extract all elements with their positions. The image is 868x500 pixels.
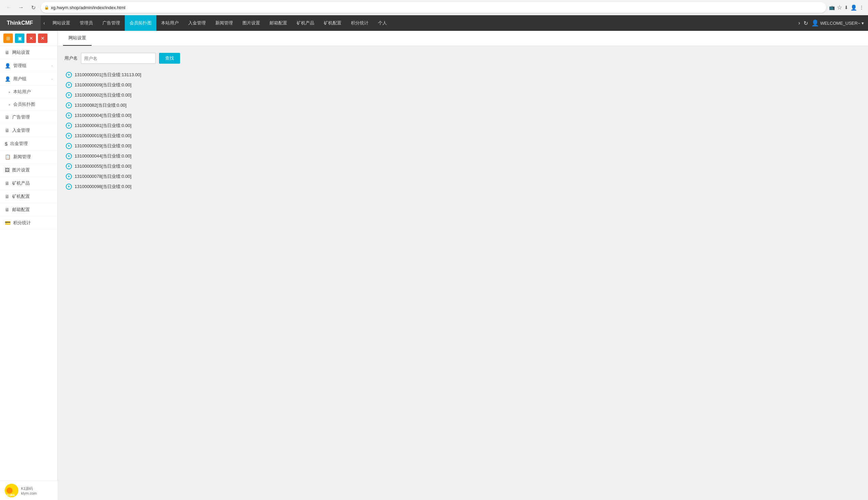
nav-back-arrow[interactable]: ‹: [41, 15, 48, 31]
expand-icon[interactable]: +: [66, 184, 72, 190]
sidebar-item-withdrawal[interactable]: $ 出金管理: [0, 137, 57, 150]
sidebar-item-deposit[interactable]: 🖥 入金管理: [0, 124, 57, 137]
back-button[interactable]: ←: [4, 3, 13, 12]
user-list-item[interactable]: + 13100000019[当日业绩:0.00]: [64, 131, 861, 141]
user-list-item[interactable]: + 13100000009[当日业绩:0.00]: [64, 80, 861, 90]
dollar-icon: $: [5, 141, 8, 147]
user-list-item[interactable]: + 13100000098[当日业绩:0.00]: [64, 182, 861, 192]
nav-item-ads[interactable]: 广告管理: [98, 15, 125, 31]
main-layout: ⊞ ▣ ✕ ✕ 🖥 网站设置 👤 管理组 › 👤 用户组 › ▸ 本站用户: [0, 31, 868, 500]
sidebar-toolbar: ⊞ ▣ ✕ ✕: [0, 31, 57, 46]
cast-icon[interactable]: 📺: [829, 5, 835, 10]
nav-item-admin[interactable]: 管理员: [75, 15, 98, 31]
user-id-performance: 13100000078[当日业绩:0.00]: [75, 173, 132, 180]
expand-icon[interactable]: +: [66, 153, 72, 159]
user-id-performance: 13100000044[当日业绩:0.00]: [75, 153, 132, 159]
nav-item-points[interactable]: 积分统计: [346, 15, 373, 31]
refresh-icon[interactable]: ↻: [804, 20, 808, 26]
sidebar-item-miner-product[interactable]: 🖥 矿机产品: [0, 177, 57, 190]
sidebar-item-points[interactable]: 💳 积分统计: [0, 216, 57, 230]
user-list-item[interactable]: + 13100000078[当日业绩:0.00]: [64, 171, 861, 182]
user-dropdown-icon: ▾: [861, 21, 864, 26]
email-icon: 🖥: [5, 207, 10, 213]
nav-item-miner-product[interactable]: 矿机产品: [292, 15, 319, 31]
user-list-item[interactable]: + 13100000055[当日业绩:0.00]: [64, 161, 861, 171]
visa-icon: 💳: [5, 220, 11, 226]
search-label: 用户名: [64, 55, 78, 61]
sidebar-menu: 🖥 网站设置 👤 管理组 › 👤 用户组 › ▸ 本站用户 ▸ 会员拓扑图: [0, 46, 57, 230]
expand-icon[interactable]: +: [66, 123, 72, 129]
expand-icon[interactable]: +: [66, 92, 72, 98]
profile-icon[interactable]: 👤: [850, 4, 857, 11]
sidebar-item-email-config[interactable]: 🖥 邮箱配置: [0, 203, 57, 216]
nav-item-image[interactable]: 图片设置: [238, 15, 265, 31]
nav-item-personal[interactable]: 个人: [373, 15, 392, 31]
user-list-item[interactable]: + 13100000002[当日业绩:0.00]: [64, 90, 861, 100]
user-icon: 👤: [5, 63, 11, 68]
user-id-performance: 13100000019[当日业绩:0.00]: [75, 133, 132, 139]
expand-icon[interactable]: +: [66, 82, 72, 88]
miner-product-icon: 🖥: [5, 181, 10, 186]
sidebar-item-website-settings[interactable]: 🖥 网站设置: [0, 46, 57, 59]
sidebar-item-ads[interactable]: 🖥 广告管理: [0, 111, 57, 124]
nav-item-news[interactable]: 新闻管理: [211, 15, 238, 31]
sidebar-item-user-group[interactable]: 👤 用户组 ›: [0, 72, 57, 86]
brand-url: klym.com: [21, 491, 37, 495]
toolbar-btn-red2[interactable]: ✕: [38, 34, 47, 43]
nav-item-member-map[interactable]: 会员拓扑图: [125, 15, 156, 31]
search-button[interactable]: 查找: [159, 53, 180, 64]
toolbar-btn-red[interactable]: ✕: [26, 34, 36, 43]
expand-icon[interactable]: +: [66, 102, 72, 109]
sidebar-item-news[interactable]: 📋 新闻管理: [0, 150, 57, 163]
main-content: 网站设置 用户名 查找 + 13100000001[当日业绩:13113.00]…: [58, 31, 868, 500]
download-icon[interactable]: ⬇: [844, 5, 848, 10]
user-id-performance: 13100000029[当日业绩:0.00]: [75, 143, 132, 149]
tab-website-settings[interactable]: 网站设置: [63, 31, 91, 46]
address-bar-wrap: 🔒: [41, 2, 826, 13]
expand-icon[interactable]: +: [66, 133, 72, 139]
user-id-performance: 13100000001[当日业绩:13113.00]: [75, 72, 141, 78]
user-id-performance: 13100000004[当日业绩:0.00]: [75, 113, 132, 118]
sidebar: ⊞ ▣ ✕ ✕ 🖥 网站设置 👤 管理组 › 👤 用户组 › ▸ 本站用户: [0, 31, 58, 500]
nav-item-website-settings[interactable]: 网站设置: [48, 15, 75, 31]
reload-button[interactable]: ↻: [29, 3, 38, 12]
search-input[interactable]: [81, 53, 156, 64]
toolbar-btn-blue[interactable]: ▣: [15, 34, 24, 43]
chevron-down-icon: ›: [52, 77, 53, 81]
brand-name: K1源码: [21, 486, 37, 491]
sidebar-item-member-map[interactable]: ▸ 会员拓扑图: [0, 98, 57, 111]
svg-point-1: [7, 488, 13, 493]
bookmark-icon[interactable]: ☆: [837, 4, 842, 11]
nav-item-deposit[interactable]: 入金管理: [183, 15, 211, 31]
menu-icon[interactable]: ⋮: [859, 5, 864, 10]
sidebar-item-site-users[interactable]: ▸ 本站用户: [0, 86, 57, 98]
user-id-performance: 131000082[当日业绩:0.00]: [75, 102, 126, 109]
user-list-item[interactable]: + 13100000001[当日业绩:13113.00]: [64, 70, 861, 80]
user-list-item[interactable]: + 13100000081[当日业绩:0.00]: [64, 121, 861, 131]
sub-arrow-icon: ▸: [9, 90, 11, 94]
nav-item-miner-config[interactable]: 矿机配置: [319, 15, 346, 31]
toolbar-btn-orange[interactable]: ⊞: [3, 34, 13, 43]
user-list-item[interactable]: + 13100000004[当日业绩:0.00]: [64, 111, 861, 121]
nav-item-email[interactable]: 邮箱配置: [265, 15, 292, 31]
user-menu-button[interactable]: 👤 WELCOME_USER~ ▾: [811, 19, 864, 27]
expand-icon[interactable]: +: [66, 72, 72, 78]
sidebar-item-miner-config[interactable]: 🖥 矿机配置: [0, 190, 57, 203]
address-input[interactable]: [41, 2, 826, 13]
expand-icon[interactable]: +: [66, 163, 72, 169]
nav-items: 网站设置 管理员 广告管理 会员拓扑图 本站用户 入金管理 新闻管理 图片设置 …: [48, 15, 794, 31]
nav-item-site-users[interactable]: 本站用户: [156, 15, 183, 31]
sidebar-item-image-settings[interactable]: 🖼 图片设置: [0, 163, 57, 177]
deposit-icon: 🖥: [5, 128, 10, 133]
expand-icon[interactable]: +: [66, 143, 72, 149]
user-list-item[interactable]: + 13100000029[当日业绩:0.00]: [64, 141, 861, 151]
sidebar-logo: K1源码 K1源码 klym.com: [0, 481, 58, 500]
expand-icon[interactable]: +: [66, 113, 72, 118]
expand-icon[interactable]: +: [66, 173, 72, 180]
sidebar-item-admin-group[interactable]: 👤 管理组 ›: [0, 59, 57, 72]
forward-button[interactable]: →: [16, 3, 26, 12]
user-list-item[interactable]: + 131000082[当日业绩:0.00]: [64, 100, 861, 111]
user-list-item[interactable]: + 13100000044[当日业绩:0.00]: [64, 151, 861, 161]
user-label: WELCOME_USER~: [820, 21, 860, 26]
nav-forward-icon[interactable]: ›: [799, 20, 800, 26]
